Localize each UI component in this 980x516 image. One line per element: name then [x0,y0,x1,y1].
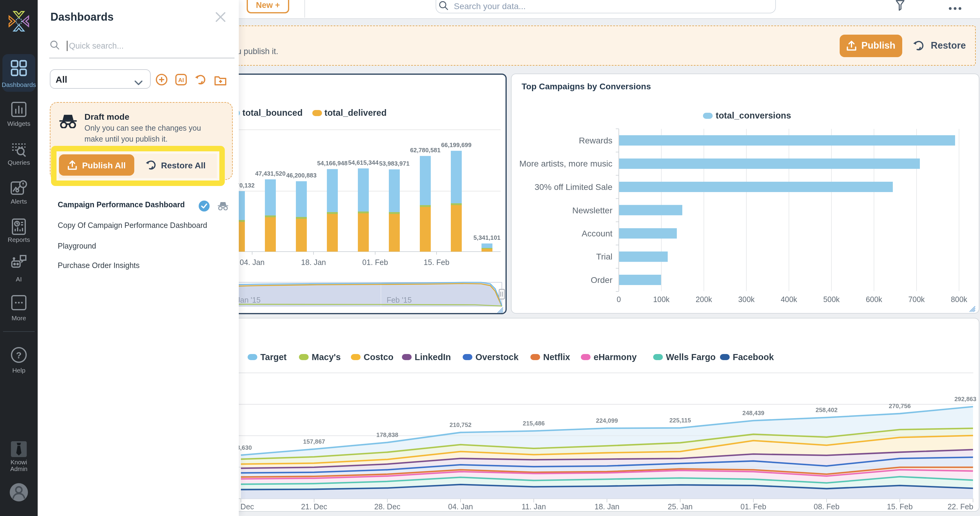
svg-text:292,863: 292,863 [955,396,976,402]
svg-text:total_delivered: total_delivered [325,108,387,117]
svg-text:total_conversions: total_conversions [716,110,791,120]
svg-text:01. Feb: 01. Feb [363,258,388,266]
svg-text:Target: Target [260,352,287,362]
svg-text:46,200,883: 46,200,883 [286,172,317,178]
svg-text:?: ? [16,350,22,360]
svg-text:AI: AI [178,77,184,83]
svg-text:21. Dec: 21. Dec [301,502,327,511]
svg-text:11. Jan: 11. Jan [522,502,546,511]
svg-text:15. Feb: 15. Feb [424,258,450,266]
svg-text:54,166,948: 54,166,948 [317,159,347,166]
svg-text:22. Feb: 22. Feb [948,502,973,511]
svg-text:300k: 300k [738,295,755,303]
svg-text:62,780,581: 62,780,581 [410,147,441,153]
svg-text:Order: Order [590,275,612,284]
svg-text:18. Jan: 18. Jan [301,258,326,266]
svg-text:Trial: Trial [596,252,612,261]
svg-text:Netflix: Netflix [543,352,570,362]
svg-text:eHarmony: eHarmony [593,352,637,362]
svg-text:248,439: 248,439 [743,409,764,416]
svg-text:Newsletter: Newsletter [572,205,612,215]
svg-text:04. Jan: 04. Jan [240,258,265,266]
svg-text:700k: 700k [908,295,925,303]
svg-text:47,431,520: 47,431,520 [255,170,286,177]
svg-text:Macy's: Macy's [312,352,341,362]
svg-text:Jan '15: Jan '15 [236,295,261,304]
svg-text:215,486: 215,486 [523,420,545,427]
svg-text:66,199,699: 66,199,699 [441,141,471,148]
svg-text:Costco: Costco [364,352,393,362]
svg-text:More artists, more music: More artists, more music [519,159,613,168]
svg-text:total_bounced: total_bounced [242,108,302,117]
svg-text:200k: 200k [696,295,713,303]
svg-text:500k: 500k [823,295,840,303]
svg-text:Overstock: Overstock [476,352,519,362]
svg-text:600k: 600k [866,295,883,303]
svg-text:Account: Account [582,229,612,238]
svg-text:5,341,101: 5,341,101 [474,234,501,240]
svg-text:LinkedIn: LinkedIn [415,352,451,362]
svg-text:04. Jan: 04. Jan [448,502,473,511]
svg-text:30% off Limited Sale: 30% off Limited Sale [535,182,612,191]
svg-text:210,752: 210,752 [450,422,471,428]
svg-text:28. Dec: 28. Dec [374,502,400,511]
svg-text:Facebook: Facebook [733,352,774,362]
svg-text:0: 0 [617,295,621,303]
svg-text:225,115: 225,115 [669,417,691,424]
svg-text:08. Feb: 08. Feb [814,502,840,511]
svg-text:Wells Fargo: Wells Fargo [666,352,716,362]
svg-text:53,983,971: 53,983,971 [379,160,409,167]
svg-text:Rewards: Rewards [579,135,612,145]
svg-text:400k: 400k [781,295,797,303]
svg-text:Top Campaigns by Conversions: Top Campaigns by Conversions [522,81,651,91]
svg-text:224,099: 224,099 [596,417,618,424]
svg-text:100k: 100k [653,295,670,303]
svg-text:270,756: 270,756 [889,403,911,409]
svg-text:54,615,344: 54,615,344 [348,159,379,166]
svg-text:Feb '15: Feb '15 [387,295,412,304]
svg-text:25. Jan: 25. Jan [668,502,693,511]
svg-text:157,867: 157,867 [303,438,325,445]
svg-text:258,402: 258,402 [816,407,837,413]
svg-text:178,838: 178,838 [376,432,398,438]
svg-text:01. Feb: 01. Feb [741,502,767,511]
svg-text:18. Jan: 18. Jan [595,502,619,511]
svg-text:15. Feb: 15. Feb [887,502,913,511]
svg-text:800k: 800k [951,295,967,303]
